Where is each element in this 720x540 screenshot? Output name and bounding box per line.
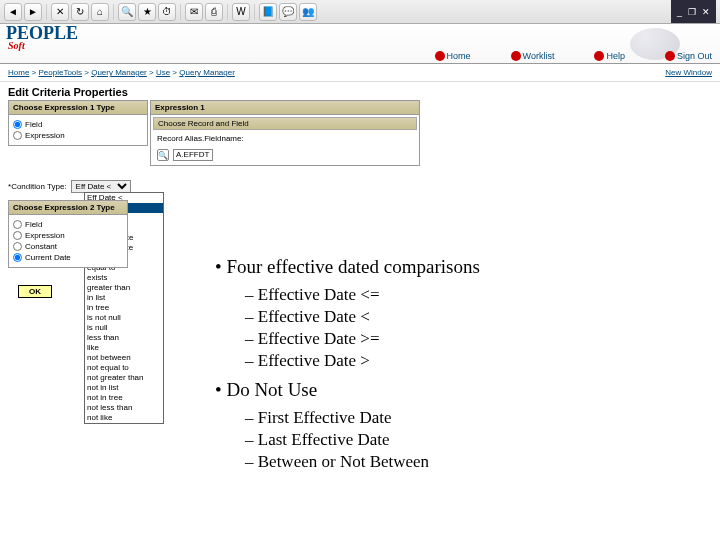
expr2-expression-label: Expression bbox=[25, 231, 65, 240]
note-item: Effective Date <= bbox=[245, 284, 480, 306]
expr2-currentdate-radio[interactable] bbox=[13, 253, 22, 262]
browser-toolbar: ◄ ► ✕ ↻ ⌂ 🔍 ★ ⏱ ✉ ⎙ W 📘 💬 👥 _ ❐ ✕ bbox=[0, 0, 720, 24]
opt-isnull[interactable]: is null bbox=[85, 323, 163, 333]
opt-notlike[interactable]: not like bbox=[85, 413, 163, 423]
expr2-constant-radio[interactable] bbox=[13, 242, 22, 251]
opt-notintree[interactable]: not in tree bbox=[85, 393, 163, 403]
expr1-field-label: Field bbox=[25, 120, 42, 129]
crumb-use[interactable]: Use bbox=[156, 68, 170, 77]
condition-type-label: Condition Type: bbox=[8, 182, 67, 191]
opt-notequal[interactable]: not equal to bbox=[85, 363, 163, 373]
expr2-constant-label: Constant bbox=[25, 242, 57, 251]
worklist-icon bbox=[511, 51, 521, 61]
expr1-type-panel: Choose Expression 1 Type Field Expressio… bbox=[8, 100, 148, 146]
stop-button[interactable]: ✕ bbox=[51, 3, 69, 21]
new-window-link[interactable]: New Window bbox=[665, 68, 712, 77]
crumb-home[interactable]: Home bbox=[8, 68, 29, 77]
expr1-type-header: Choose Expression 1 Type bbox=[9, 101, 147, 115]
crumb-qm[interactable]: Query Manager bbox=[91, 68, 147, 77]
mail-button[interactable]: ✉ bbox=[185, 3, 203, 21]
word-button[interactable]: W bbox=[232, 3, 250, 21]
home-icon bbox=[435, 51, 445, 61]
ok-button[interactable]: OK bbox=[18, 285, 52, 298]
expr2-type-header: Choose Expression 2 Type bbox=[9, 201, 127, 215]
restore-button[interactable]: ❐ bbox=[688, 7, 696, 17]
nav-worklist[interactable]: Worklist bbox=[511, 51, 555, 61]
signout-icon bbox=[665, 51, 675, 61]
refresh-button[interactable]: ↻ bbox=[71, 3, 89, 21]
opt-notgreater[interactable]: not greater than bbox=[85, 373, 163, 383]
msg2-button[interactable]: 👥 bbox=[299, 3, 317, 21]
crumb-qm2: Query Manager bbox=[179, 68, 235, 77]
opt-notbetween[interactable]: not between bbox=[85, 353, 163, 363]
slide-notes: Four effective dated comparisons Effecti… bbox=[215, 255, 480, 473]
crumb-tools[interactable]: PeopleTools bbox=[38, 68, 82, 77]
dict-button[interactable]: 📘 bbox=[259, 3, 277, 21]
history-button[interactable]: ⏱ bbox=[158, 3, 176, 21]
minimize-button[interactable]: _ bbox=[677, 7, 682, 17]
opt-greater[interactable]: greater than bbox=[85, 283, 163, 293]
note-item: Last Effective Date bbox=[245, 429, 480, 451]
app-header: PEOPLE Soft Home Worklist Help Sign Out bbox=[0, 24, 720, 64]
nav-home[interactable]: Home bbox=[435, 51, 471, 61]
window-controls: _ ❐ ✕ bbox=[671, 0, 716, 23]
note-item: Effective Date < bbox=[245, 306, 480, 328]
note-heading-1: Four effective dated comparisons bbox=[215, 255, 480, 280]
note-item: Effective Date > bbox=[245, 350, 480, 372]
expr1-expression-label: Expression bbox=[25, 131, 65, 140]
expr2-expression-radio[interactable] bbox=[13, 231, 22, 240]
opt-intree[interactable]: in tree bbox=[85, 303, 163, 313]
close-button[interactable]: ✕ bbox=[702, 7, 710, 17]
nav-signout[interactable]: Sign Out bbox=[665, 51, 712, 61]
record-alias-label: Record Alias.Fieldname: bbox=[151, 132, 419, 145]
record-alias-value: A.EFFDT bbox=[173, 149, 213, 161]
opt-notnull[interactable]: is not null bbox=[85, 313, 163, 323]
expr2-field-label: Field bbox=[25, 220, 42, 229]
opt-less[interactable]: less than bbox=[85, 333, 163, 343]
opt-exists[interactable]: exists bbox=[85, 273, 163, 283]
note-heading-2: Do Not Use bbox=[215, 378, 480, 403]
note-item: First Effective Date bbox=[245, 407, 480, 429]
note-item: Between or Not Between bbox=[245, 451, 480, 473]
expr2-field-radio[interactable] bbox=[13, 220, 22, 229]
help-icon bbox=[594, 51, 604, 61]
note-item: Effective Date >= bbox=[245, 328, 480, 350]
page-title: Edit Criteria Properties bbox=[0, 82, 720, 100]
opt-inlist[interactable]: in list bbox=[85, 293, 163, 303]
nav-help[interactable]: Help bbox=[594, 51, 625, 61]
choose-record-field-header: Choose Record and Field bbox=[153, 117, 417, 130]
peoplesoft-logo: PEOPLE Soft bbox=[6, 26, 78, 51]
opt-notless[interactable]: not less than bbox=[85, 403, 163, 413]
back-button[interactable]: ◄ bbox=[4, 3, 22, 21]
forward-button[interactable]: ► bbox=[24, 3, 42, 21]
expr1-field-radio[interactable] bbox=[13, 120, 22, 129]
msg1-button[interactable]: 💬 bbox=[279, 3, 297, 21]
search-button[interactable]: 🔍 bbox=[118, 3, 136, 21]
expr2-currentdate-label: Current Date bbox=[25, 253, 71, 262]
sub-header: Home > PeopleTools > Query Manager > Use… bbox=[0, 64, 720, 82]
expr1-expression-radio[interactable] bbox=[13, 131, 22, 140]
expr2-type-panel: Choose Expression 2 Type Field Expressio… bbox=[8, 200, 128, 268]
expression1-header: Expression 1 bbox=[151, 101, 419, 115]
opt-notinlist[interactable]: not in list bbox=[85, 383, 163, 393]
home-button[interactable]: ⌂ bbox=[91, 3, 109, 21]
favorites-button[interactable]: ★ bbox=[138, 3, 156, 21]
breadcrumb: Home > PeopleTools > Query Manager > Use… bbox=[8, 68, 235, 77]
lookup-icon[interactable]: 🔍 bbox=[157, 149, 169, 161]
opt-like[interactable]: like bbox=[85, 343, 163, 353]
expression1-panel: Expression 1 Choose Record and Field Rec… bbox=[150, 100, 420, 166]
print-button[interactable]: ⎙ bbox=[205, 3, 223, 21]
